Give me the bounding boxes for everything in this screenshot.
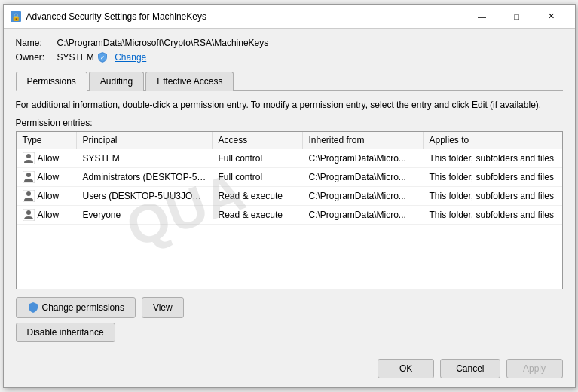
col-header-type: Type — [17, 132, 77, 149]
col-header-principal: Principal — [77, 132, 213, 149]
name-value: C:\ProgramData\Microsoft\Crypto\RSA\Mach… — [57, 38, 269, 48]
col-header-inherited: Inherited from — [303, 132, 424, 149]
cell-applies: This folder, subfolders and files — [424, 169, 562, 185]
maximize-button[interactable]: □ — [500, 5, 534, 29]
ok-button[interactable]: OK — [378, 359, 434, 378]
user-icon — [23, 209, 35, 221]
window-controls: — □ ✕ — [465, 5, 569, 29]
shield-icon: ✓ — [96, 51, 109, 63]
cell-type: Allow — [17, 206, 77, 224]
cell-type: Allow — [17, 187, 77, 205]
cell-principal: Administrators (DESKTOP-5U... — [77, 169, 213, 185]
title-bar: 🔒 Advanced Security Settings for Machine… — [4, 5, 575, 29]
owner-value: SYSTEM — [57, 52, 94, 63]
svg-point-3 — [26, 154, 31, 158]
cell-access: Read & execute — [213, 207, 303, 223]
svg-point-5 — [26, 173, 31, 177]
cell-access: Full control — [213, 150, 303, 167]
apply-button[interactable]: Apply — [506, 359, 563, 378]
col-header-access: Access — [213, 132, 303, 149]
table-header: Type Principal Access Inherited from App… — [17, 132, 562, 149]
cell-principal: Users (DESKTOP-5UU3JOH\Us... — [77, 188, 213, 204]
cell-inherited: C:\ProgramData\Micro... — [303, 150, 424, 167]
col-header-applies: Applies to — [424, 132, 562, 149]
bottom-buttons-row2: Disable inheritance — [16, 323, 563, 342]
cancel-button[interactable]: Cancel — [440, 359, 500, 378]
change-permissions-button[interactable]: Change permissions — [16, 297, 136, 318]
dialog-footer: OK Cancel Apply — [4, 351, 575, 387]
user-icon — [23, 190, 35, 202]
cell-inherited: C:\ProgramData\Micro... — [303, 207, 424, 223]
cell-type: Allow — [17, 149, 77, 167]
owner-label: Owner: — [16, 52, 57, 63]
cell-applies: This folder, subfolders and files — [424, 188, 562, 204]
change-permissions-label: Change permissions — [42, 302, 124, 313]
dialog-content: Name: C:\ProgramData\Microsoft\Crypto\RS… — [4, 29, 575, 351]
window-icon: 🔒 — [10, 11, 22, 23]
tab-permissions[interactable]: Permissions — [16, 72, 87, 91]
minimize-button[interactable]: — — [465, 5, 500, 29]
table-row[interactable]: Allow Users (DESKTOP-5UU3JOH\Us... Read … — [17, 187, 562, 206]
user-icon — [23, 152, 35, 164]
table-row[interactable]: Allow SYSTEM Full control C:\ProgramData… — [17, 149, 562, 168]
name-label: Name: — [16, 38, 57, 48]
name-row: Name: C:\ProgramData\Microsoft\Crypto\RS… — [16, 38, 563, 48]
tab-effective-access[interactable]: Effective Access — [145, 72, 234, 91]
table-row[interactable]: Allow Everyone Read & execute C:\Program… — [17, 206, 562, 225]
tab-bar: Permissions Auditing Effective Access — [16, 71, 563, 91]
cell-applies: This folder, subfolders and files — [424, 150, 562, 167]
view-label: View — [153, 302, 173, 313]
table-row[interactable]: Allow Administrators (DESKTOP-5U... Full… — [17, 168, 562, 187]
main-window: 🔒 Advanced Security Settings for Machine… — [3, 4, 576, 388]
cell-inherited: C:\ProgramData\Micro... — [303, 188, 424, 204]
svg-text:🔒: 🔒 — [11, 12, 21, 22]
view-button[interactable]: View — [142, 297, 184, 318]
cell-type: Allow — [17, 168, 77, 186]
shield-change-icon — [27, 302, 39, 314]
cell-access: Full control — [213, 169, 303, 185]
cell-principal: Everyone — [77, 207, 213, 223]
disable-inheritance-label: Disable inheritance — [27, 327, 104, 338]
svg-point-7 — [26, 191, 31, 196]
user-icon — [23, 171, 35, 183]
svg-point-9 — [26, 210, 31, 215]
cell-access: Read & execute — [213, 188, 303, 204]
cell-principal: SYSTEM — [77, 150, 213, 167]
table-body: Allow SYSTEM Full control C:\ProgramData… — [17, 149, 562, 289]
change-owner-link[interactable]: Change — [115, 52, 146, 63]
disable-inheritance-button[interactable]: Disable inheritance — [16, 323, 115, 342]
cell-inherited: C:\ProgramData\Micro... — [303, 169, 424, 185]
cell-applies: This folder, subfolders and files — [424, 207, 562, 223]
close-button[interactable]: ✕ — [534, 5, 569, 29]
bottom-buttons-row1: Change permissions View — [16, 297, 563, 318]
permissions-table: QUA Type Principal Access Inherited from… — [16, 131, 563, 289]
owner-row: Owner: SYSTEM ✓ Change — [16, 51, 563, 63]
description-text: For additional information, double-click… — [16, 99, 563, 112]
svg-text:✓: ✓ — [100, 55, 105, 60]
tab-auditing[interactable]: Auditing — [89, 72, 144, 91]
permission-entries-label: Permission entries: — [16, 118, 563, 128]
window-title: Advanced Security Settings for MachineKe… — [26, 11, 465, 22]
